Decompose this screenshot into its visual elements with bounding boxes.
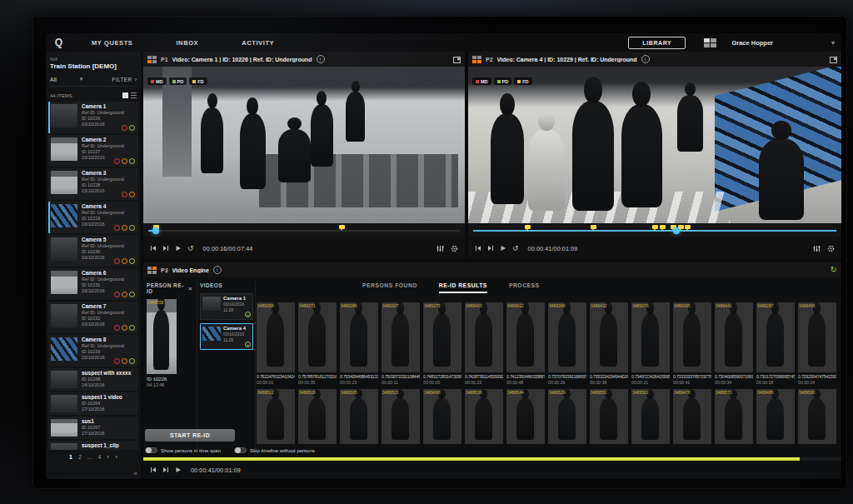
- app-logo-icon[interactable]: Q: [52, 37, 65, 49]
- page-2[interactable]: 2: [78, 454, 82, 460]
- filter-select[interactable]: All: [50, 77, 57, 82]
- reid-result-item[interactable]: 34893680.737079339119669700:00:29: [548, 302, 586, 385]
- playhead[interactable]: [673, 227, 680, 234]
- reid-result-item[interactable]: 3489544: [506, 389, 545, 444]
- start-reid-button[interactable]: START RE-ID: [145, 429, 235, 442]
- timeline-marker-icon[interactable]: [339, 225, 345, 229]
- sidebar-item[interactable]: Camera 1Ref ID: UndergroundID 1022603/10…: [48, 102, 138, 133]
- sidebar-item[interactable]: suspect with xxxxxID 1024814/10/2016: [48, 368, 138, 391]
- reid-result-item[interactable]: 34893750.748317283147305600:00:05: [423, 302, 461, 385]
- reid-result-item[interactable]: 34893580.762247632341042400:00:01: [257, 302, 295, 385]
- sliders-icon[interactable]: [436, 245, 444, 252]
- user-name[interactable]: Grace Hopper: [731, 39, 773, 47]
- page-next-icon[interactable]: ›: [115, 453, 117, 461]
- reid-result-item[interactable]: 34893760.734972342642099500:00:21: [631, 302, 670, 385]
- gear-icon[interactable]: [451, 245, 458, 252]
- refresh-icon[interactable]: ↻: [831, 266, 837, 274]
- reid-result-item[interactable]: 3489518: [298, 389, 337, 444]
- reid-result-item[interactable]: 3489552: [590, 389, 628, 444]
- reid-result-item[interactable]: 3489536: [465, 389, 503, 444]
- reid-result-item[interactable]: 34894410.730400859007199100:00:34: [715, 302, 753, 385]
- sidebar-item[interactable]: suspect 1_clip: [48, 441, 138, 450]
- reid-result-item[interactable]: 34894560.729293474754239300:00:24: [798, 302, 836, 385]
- sidebar-item[interactable]: sus1ID 1026717/10/2016: [48, 417, 138, 439]
- reid-result-item[interactable]: 34893070.750307333210844600:00:11: [382, 302, 420, 385]
- tab-persons-found[interactable]: PERSONS FOUND: [362, 282, 417, 293]
- sidebar-item[interactable]: Camera 7Ref ID: UndergroundID 1023203/10…: [48, 302, 138, 333]
- sidebar-item[interactable]: suspect 1 videoID 1026417/10/2016: [48, 392, 138, 415]
- person-detection-badge[interactable]: PD: [169, 77, 187, 85]
- engine-video-card[interactable]: Camera 403/10/201611:26+: [200, 323, 253, 350]
- step-forward-icon[interactable]: [162, 245, 169, 252]
- reid-result-item[interactable]: 3489573: [715, 389, 753, 444]
- reid-result-item[interactable]: 34892870.730172709999574500:00:18: [756, 302, 795, 385]
- page-...[interactable]: ...: [87, 454, 92, 460]
- info-icon[interactable]: i: [213, 266, 222, 274]
- loop-icon[interactable]: ↺: [187, 245, 194, 252]
- sidebar-item[interactable]: Camera 6Ref ID: UndergroundID 1023103/10…: [48, 268, 138, 300]
- reid-result-item[interactable]: 34894030.742873911453939200:00:23: [465, 302, 503, 385]
- sliders-icon[interactable]: [813, 245, 821, 252]
- timeline-marker-icon[interactable]: [652, 225, 658, 229]
- play-icon[interactable]: [500, 245, 506, 252]
- reid-result-item[interactable]: 34894320.735323426494402600:00:38: [590, 302, 628, 385]
- loop-icon[interactable]: ↺: [512, 245, 519, 252]
- tab-process[interactable]: PROCESS: [509, 282, 540, 293]
- reid-result-item[interactable]: 34894120.741235046633588700:00:48: [506, 302, 545, 385]
- p1-video-frame[interactable]: MD PD FD: [143, 67, 465, 223]
- p2-video-frame[interactable]: MD PD FD: [468, 67, 841, 223]
- gear-icon[interactable]: [827, 245, 835, 252]
- tab-inbox[interactable]: INBOX: [176, 39, 198, 47]
- panel-layout-icon[interactable]: [147, 56, 157, 63]
- sidebar-item[interactable]: Camera 5Ref ID: UndergroundID 1023003/10…: [48, 235, 138, 267]
- toggle-skip-timeline[interactable]: Skip timeline without persons: [234, 447, 315, 453]
- tab-activity[interactable]: ACTIVITY: [242, 39, 274, 47]
- tab-my-quests[interactable]: MY QUESTS: [92, 39, 132, 47]
- play-icon[interactable]: [175, 245, 182, 252]
- filter-button[interactable]: FILTER: [112, 77, 132, 82]
- face-detection-badge[interactable]: FD: [189, 77, 207, 85]
- panel-layout-icon[interactable]: [147, 267, 157, 274]
- timeline-marker-icon[interactable]: [660, 225, 666, 229]
- motion-detection-badge[interactable]: MD: [472, 77, 491, 85]
- reid-result-item[interactable]: 3489521: [382, 389, 420, 444]
- panel-layout-icon[interactable]: [472, 56, 481, 63]
- expand-icon[interactable]: [453, 52, 461, 67]
- sidebar-item[interactable]: Camera 4Ref ID: UndergroundID 1022903/10…: [48, 202, 138, 233]
- layout-grid-icon[interactable]: [704, 38, 716, 47]
- motion-detection-badge[interactable]: MD: [147, 77, 167, 85]
- sidebar-item[interactable]: Camera 2Ref ID: UndergroundID 1022703/10…: [48, 135, 138, 167]
- reid-result-item[interactable]: 3489505: [340, 389, 378, 444]
- page-4[interactable]: 4: [98, 454, 102, 460]
- page-1[interactable]: 1: [69, 454, 72, 460]
- chevron-down-icon[interactable]: ▾: [831, 39, 835, 47]
- playhead[interactable]: [152, 227, 159, 234]
- sidebar-item[interactable]: Camera 3Ref ID: UndergroundID 1022803/10…: [48, 168, 138, 200]
- p2-timeline[interactable]: [468, 223, 841, 237]
- reid-result-item[interactable]: 3489478: [673, 389, 711, 444]
- reid-result-item[interactable]: 3489590: [798, 389, 836, 444]
- timeline-marker-icon[interactable]: [525, 225, 531, 229]
- reid-result-item[interactable]: 34893710.757857816127031600:00:35: [298, 302, 337, 385]
- play-icon[interactable]: [175, 467, 182, 473]
- toggle-switch[interactable]: [234, 447, 247, 453]
- step-forward-icon[interactable]: [162, 467, 169, 473]
- info-icon[interactable]: i: [641, 55, 650, 63]
- collapse-sidebar-icon[interactable]: «: [134, 470, 137, 477]
- chevron-down-icon[interactable]: ▾: [80, 76, 83, 82]
- reid-result-item[interactable]: 3489486: [756, 389, 795, 444]
- face-detection-badge[interactable]: FD: [514, 77, 531, 85]
- reid-query-photo[interactable]: 3489358: [147, 299, 177, 374]
- reid-result-item[interactable]: 34893950.733333376572977800:00:41: [673, 302, 711, 385]
- person-detection-badge[interactable]: PD: [494, 77, 512, 85]
- step-back-icon[interactable]: [150, 467, 157, 473]
- step-back-icon[interactable]: [475, 245, 481, 252]
- library-button[interactable]: LIBRARY: [628, 37, 686, 49]
- grid-view-icon[interactable]: [122, 92, 128, 98]
- step-back-icon[interactable]: [150, 245, 157, 252]
- reid-result-item[interactable]: 34892890.753409468645313300:00:23: [340, 302, 378, 385]
- list-view-icon[interactable]: [131, 92, 137, 98]
- tab-reid-results[interactable]: RE-ID RESULTS: [439, 282, 487, 293]
- timeline-marker-icon[interactable]: [591, 225, 596, 229]
- engine-video-card[interactable]: Camera 103/10/201611:28+: [200, 293, 253, 320]
